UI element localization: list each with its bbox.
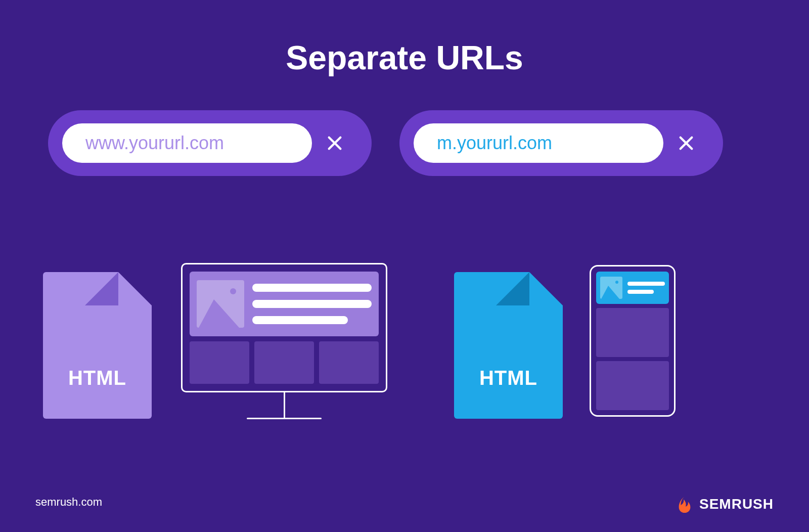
url-pill-mobile: m.yoururl.com bbox=[414, 123, 663, 163]
phone-hero bbox=[596, 272, 669, 304]
phone-card bbox=[596, 308, 669, 357]
html-file-desktop: HTML bbox=[43, 272, 152, 419]
semrush-flame-icon bbox=[675, 495, 694, 514]
text-lines-icon bbox=[627, 282, 665, 294]
diagram-title: Separate URLs bbox=[0, 38, 809, 77]
desktop-monitor-icon bbox=[181, 263, 387, 435]
brand-logo: SEMRUSH bbox=[675, 495, 774, 514]
footer-site: semrush.com bbox=[35, 496, 102, 509]
image-placeholder-icon bbox=[197, 280, 244, 328]
url-pill-desktop: www.yoururl.com bbox=[62, 123, 312, 163]
image-placeholder-icon bbox=[600, 277, 622, 299]
url-bar-mobile: m.yoururl.com bbox=[399, 110, 723, 176]
brand-name: SEMRUSH bbox=[699, 496, 774, 512]
close-icon bbox=[312, 135, 357, 152]
file-fold-icon bbox=[118, 272, 152, 305]
html-file-mobile: HTML bbox=[454, 272, 563, 419]
devices-row: HTML HTML bbox=[0, 253, 809, 445]
monitor-hero bbox=[190, 272, 379, 336]
file-label: HTML bbox=[454, 367, 563, 389]
close-icon bbox=[663, 135, 709, 152]
phone-card bbox=[596, 361, 669, 410]
monitor-screen bbox=[181, 263, 387, 392]
monitor-cards bbox=[190, 341, 379, 384]
url-bar-desktop: www.yoururl.com bbox=[48, 110, 372, 176]
file-label: HTML bbox=[43, 367, 152, 389]
text-lines-icon bbox=[252, 284, 372, 324]
file-fold-icon bbox=[529, 272, 563, 305]
mobile-phone-icon bbox=[590, 265, 676, 417]
